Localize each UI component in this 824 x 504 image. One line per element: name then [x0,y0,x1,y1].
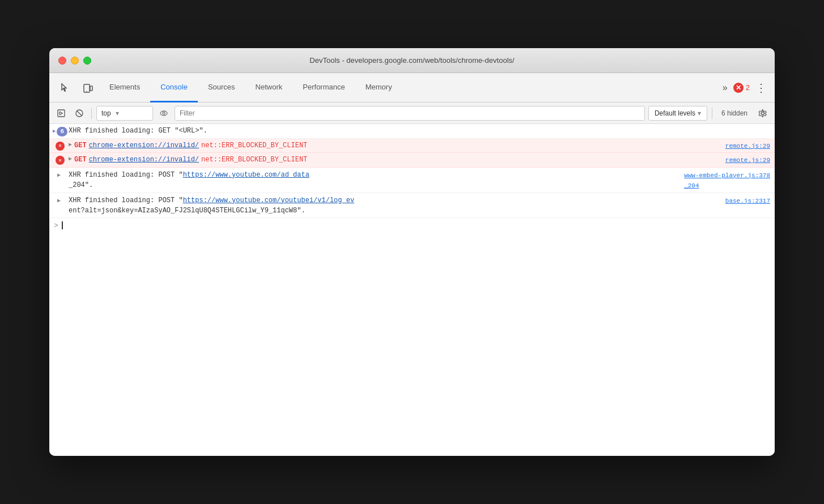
console-prompt: > [54,220,58,232]
row4-arrow[interactable]: ▶ [57,171,61,180]
row2-icon: ✕ [54,142,66,151]
svg-rect-3 [58,110,65,117]
row2-url[interactable]: chrome-extension://invalid/ [89,140,199,151]
tab-memory[interactable]: Memory [355,73,402,102]
tab-performance[interactable]: Performance [292,73,355,102]
context-value: top [101,109,111,117]
row5-text2: ent?alt=json&key=AIzaSyAO_FJ2SlqU8Q4STEH… [69,207,297,215]
svg-point-8 [163,112,165,114]
row5-source1[interactable]: base.js:2317 [716,197,770,206]
execute-icon [57,109,66,118]
console-cursor [62,221,63,229]
row5-content: XHR finished loading: POST "https://www.… [69,195,770,216]
row1-content: XHR finished loading: GET "<URL>". [69,126,770,136]
error-badge[interactable]: ✕ 2 [733,83,750,93]
clear-console-button[interactable] [72,106,87,121]
row2-method: GET [74,140,87,151]
eye-icon [159,109,168,118]
badge-count: 6 [57,127,67,136]
row5-url[interactable]: https://www.youtube.com/youtubei/v1/log_… [183,197,354,204]
cursor-icon [60,83,70,93]
row5-text-end: ". [297,207,305,215]
device-icon [83,83,93,93]
levels-arrow: ▾ [698,109,701,117]
console-row-2: ✕ ▶ GET chrome-extension://invalid/ net:… [49,139,775,153]
row4-text-end: _204". [69,181,93,189]
titlebar: DevTools - developers.google.com/web/too… [49,48,775,73]
row5-icon: ▶ [54,197,66,205]
inspect-element-button[interactable] [54,73,77,102]
levels-label: Default levels [655,109,695,117]
play-icon: ▶ [53,128,56,136]
tab-sources[interactable]: Sources [198,73,245,102]
row5-text-block: XHR finished loading: POST "https://www.… [69,195,712,216]
hidden-count: 6 hidden [717,109,752,117]
toolbar-divider-2 [712,108,712,119]
execute-button[interactable] [54,106,69,121]
svg-point-7 [160,111,167,116]
row2-source[interactable]: remote.js:29 [716,142,770,151]
row3-error: net::ERR_BLOCKED_BY_CLIENT [201,155,307,165]
row4-source2[interactable]: _204 [675,181,699,191]
console-row-1: ▶ 6 XHR finished loading: GET "<URL>". [49,124,775,139]
levels-button[interactable]: Default levels ▾ [648,106,707,121]
row1-text: XHR finished loading: GET "<URL>". [69,126,207,136]
tab-elements[interactable]: Elements [99,73,150,102]
svg-point-2 [86,91,87,92]
svg-line-6 [77,111,82,116]
svg-point-9 [762,112,764,114]
row3-icon: ✕ [54,156,66,165]
filter-input[interactable] [175,106,645,121]
console-input-row[interactable]: > [49,218,775,234]
error-badge-icon: ✕ [733,83,744,93]
console-settings-button[interactable] [755,106,770,121]
row1-icon: ▶ 6 [54,127,66,136]
row5-source-block: base.js:2317 [712,195,770,206]
maximize-button[interactable] [83,57,91,65]
clear-icon [75,109,84,118]
devtools-window: DevTools - developers.google.com/web/too… [49,48,775,456]
row4-content: XHR finished loading: POST "https://www.… [69,170,770,191]
tabbar-right: » ✕ 2 ⋮ [719,73,775,102]
row3-content: ▶ GET chrome-extension://invalid/ net::E… [69,155,716,165]
row4-source-block: www-embed-player.js:378 _204 [670,170,770,191]
row5-text1: XHR finished loading: POST " [69,197,183,204]
minimize-button[interactable] [71,57,79,65]
eye-button[interactable] [156,106,171,121]
row2-error: net::ERR_BLOCKED_BY_CLIENT [201,140,307,151]
console-row-4: ▶ XHR finished loading: POST "https://ww… [49,168,775,193]
context-selector[interactable]: top ▾ [96,106,153,121]
error-x-icon: ✕ [56,142,65,151]
more-tabs-button[interactable]: » [719,83,731,93]
row2-arrow[interactable]: ▶ [69,140,72,149]
tab-console[interactable]: Console [150,73,198,102]
console-toolbar: top ▾ Default levels ▾ 6 hidden [49,102,775,124]
row4-text1: XHR finished loading: POST " [69,171,183,179]
toolbar-divider-1 [91,108,92,119]
row3-url[interactable]: chrome-extension://invalid/ [89,155,199,165]
error-count: 2 [746,83,750,92]
row4-source1[interactable]: www-embed-player.js:378 [675,171,770,181]
window-title: DevTools - developers.google.com/web/too… [309,56,514,65]
row4-icon: ▶ [54,171,66,180]
row2-content: ▶ GET chrome-extension://invalid/ net::E… [69,140,716,151]
traffic-lights [58,57,91,65]
tab-network[interactable]: Network [245,73,293,102]
close-button[interactable] [58,57,66,65]
console-row-5: ▶ XHR finished loading: POST "https://ww… [49,193,775,218]
row3-method: GET [74,155,87,165]
error-x-icon-2: ✕ [56,156,65,165]
console-row-3: ✕ ▶ GET chrome-extension://invalid/ net:… [49,153,775,168]
row4-text-block: XHR finished loading: POST "https://www.… [69,170,670,190]
device-toolbar-button[interactable] [77,73,99,102]
devtools-menu-button[interactable]: ⋮ [752,81,770,95]
tabbar: Elements Console Sources Network Perform… [49,73,775,102]
row3-arrow[interactable]: ▶ [69,155,72,163]
row3-source[interactable]: remote.js:29 [716,156,770,165]
row5-arrow[interactable]: ▶ [57,197,61,205]
context-arrow: ▾ [116,109,119,117]
gear-icon [758,109,767,118]
row4-url[interactable]: https://www.youtube.com/ad_data [183,171,309,179]
svg-rect-1 [90,86,92,91]
console-output: ▶ 6 XHR finished loading: GET "<URL>". ✕… [49,124,775,456]
